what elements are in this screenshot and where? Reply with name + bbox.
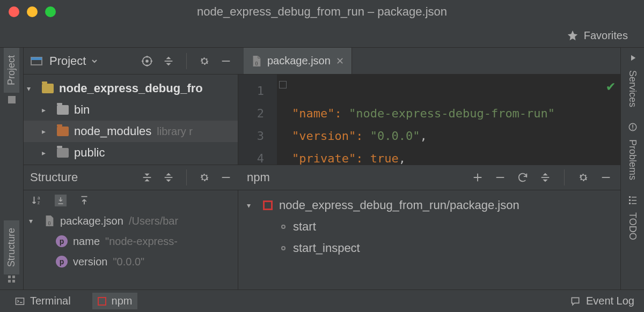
tree-root-row[interactable]: ▾ node_express_debug_fro: [24, 78, 238, 99]
divider: [186, 169, 187, 185]
close-tab-icon[interactable]: ✕: [336, 55, 344, 67]
svg-rect-34: [16, 298, 24, 304]
svg-rect-8: [629, 196, 631, 198]
favorites-button[interactable]: Favorites: [567, 29, 628, 42]
sort-alpha-icon[interactable]: az: [31, 195, 43, 206]
stripe-label-problems: Problems: [627, 139, 638, 180]
editor-gutter: 1 2 3 4: [238, 75, 277, 165]
gear-icon[interactable]: [577, 172, 589, 183]
divider: [186, 53, 187, 69]
structure-prop-version[interactable]: p version "0.0.0": [24, 251, 238, 272]
gear-icon[interactable]: [199, 172, 210, 183]
tree-label: node_modules: [74, 124, 151, 138]
tree-row-public[interactable]: ▸ public: [24, 142, 238, 164]
stripe-label-todo: TODO: [627, 212, 638, 240]
close-window-button[interactable]: [9, 6, 19, 17]
prop-value: "0.0.0": [113, 256, 144, 268]
svg-rect-3: [8, 280, 11, 283]
project-view-selector[interactable]: Project: [49, 54, 98, 68]
tree-row-bin[interactable]: ▸ bin: [24, 99, 238, 121]
structure-prop-name[interactable]: p name "node-express-: [24, 231, 238, 251]
prop-name: version: [73, 256, 107, 268]
svg-rect-7: [632, 129, 633, 130]
code-editor[interactable]: 1 2 3 4 "name": "node-express-debug-from…: [238, 75, 620, 165]
inspections-ok-icon[interactable]: ✔: [606, 78, 615, 94]
structure-tree: ▾ {} package.json /Users/bar p name "nod…: [24, 210, 238, 272]
traffic-lights: [9, 6, 56, 17]
gear-icon[interactable]: [199, 55, 210, 67]
stripe-label-services: Services: [627, 70, 638, 107]
collapse-all-icon[interactable]: [141, 172, 153, 183]
structure-file-label: package.json: [60, 215, 123, 227]
json-value: "node-express-debug-from-run": [349, 107, 555, 120]
line-number: 4: [238, 147, 277, 165]
problems-stripe-icon: [628, 122, 638, 132]
todo-stripe-icon: [628, 195, 638, 205]
chevron-right-icon: ▸: [42, 106, 52, 114]
stripe-tab-todo[interactable]: TODO: [625, 205, 640, 248]
minimize-window-button[interactable]: [27, 6, 38, 17]
svg-rect-13: [632, 203, 636, 204]
svg-rect-1: [8, 276, 11, 278]
fullscreen-window-button[interactable]: [45, 6, 56, 17]
autoscroll-from-source-icon[interactable]: [78, 195, 90, 206]
star-icon: [567, 29, 579, 41]
project-panel-header: Project: [24, 48, 238, 75]
stripe-tab-services[interactable]: Services: [625, 63, 640, 115]
add-icon[interactable]: [472, 172, 484, 183]
svg-rect-11: [632, 200, 636, 201]
svg-rect-33: [602, 177, 610, 178]
stripe-tab-structure[interactable]: Structure: [4, 220, 19, 274]
editor-tab-package-json[interactable]: {} package.json ✕: [244, 48, 352, 74]
svg-rect-32: [541, 177, 550, 178]
npm-tree[interactable]: ▾ node_express_debug_from_run/package.js…: [238, 190, 620, 263]
code-content: "name": "node-express-debug-from-run" "v…: [292, 80, 610, 165]
refresh-icon[interactable]: [517, 172, 529, 183]
folder-icon: [57, 148, 69, 158]
project-view-label: Project: [49, 54, 86, 68]
right-tool-stripe: Services Problems TODO: [620, 48, 644, 289]
project-folder-icon: [42, 84, 54, 93]
hide-icon[interactable]: [220, 55, 232, 67]
svg-rect-0: [8, 96, 16, 103]
npm-panel-header: npm: [238, 165, 620, 190]
autoscroll-to-source-icon[interactable]: [55, 195, 67, 206]
event-log-label: Event Log: [586, 295, 634, 307]
structure-file-row[interactable]: ▾ {} package.json /Users/bar: [24, 211, 238, 231]
npm-script-start-inspect[interactable]: start_inspect: [243, 237, 616, 259]
npm-script-start[interactable]: start: [243, 216, 616, 237]
expand-all-icon[interactable]: [539, 172, 551, 183]
project-tree[interactable]: ▾ node_express_debug_fro ▸ bin ▸ node_mo…: [24, 75, 238, 165]
select-opened-file-icon[interactable]: [141, 55, 153, 67]
remove-icon[interactable]: [494, 172, 506, 183]
npm-tab-button[interactable]: npm: [92, 293, 138, 309]
chevron-right-icon: ▸: [42, 127, 52, 136]
favorites-label: Favorites: [584, 29, 628, 42]
svg-rect-22: [165, 61, 173, 62]
editor-tab-label: package.json: [267, 55, 331, 67]
hide-icon[interactable]: [600, 172, 612, 183]
svg-rect-23: [222, 61, 230, 62]
event-log-button[interactable]: Event Log: [570, 295, 634, 307]
bottom-status-bar: Terminal npm Event Log: [0, 289, 644, 312]
json-key: "private": [292, 152, 356, 165]
services-stripe-icon: [628, 53, 638, 63]
tree-root-label: node_express_debug_fro: [59, 81, 203, 95]
expand-all-icon[interactable]: [163, 172, 174, 183]
project-view-icon: [30, 56, 43, 66]
npm-package-row[interactable]: ▾ node_express_debug_from_run/package.js…: [243, 195, 616, 216]
stripe-tab-problems[interactable]: Problems: [625, 132, 640, 188]
hide-icon[interactable]: [220, 172, 232, 183]
fold-marker-icon[interactable]: [279, 81, 287, 88]
structure-title: Structure: [30, 170, 78, 184]
stripe-tab-project[interactable]: Project: [4, 48, 19, 93]
chevron-down-icon: ▾: [29, 217, 39, 225]
tree-row-node-modules[interactable]: ▸ node_modules library r: [24, 121, 238, 142]
terminal-tab-button[interactable]: Terminal: [10, 293, 76, 309]
svg-rect-10: [629, 199, 631, 201]
npm-title: npm: [247, 170, 270, 184]
structure-panel[interactable]: az ▾ {} package.json /Users/bar p name "…: [24, 190, 238, 289]
svg-rect-15: [31, 57, 42, 60]
line-number: 3: [238, 125, 277, 147]
expand-all-icon[interactable]: [163, 55, 174, 67]
